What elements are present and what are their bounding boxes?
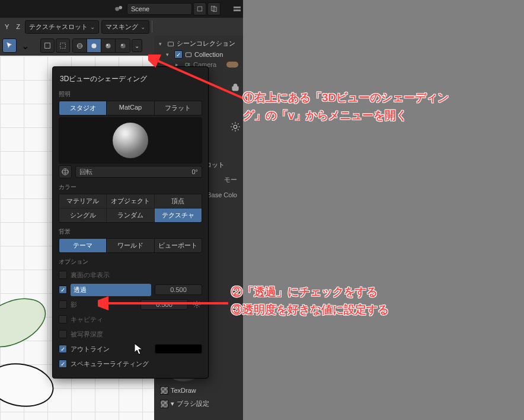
svg-rect-12: [197, 7, 202, 11]
xray-checkbox[interactable]: [59, 286, 67, 294]
svg-rect-17: [45, 43, 50, 49]
background-tabs: テーマ ワールド ビューポート: [59, 238, 202, 253]
backface-label: 裏面の非表示: [71, 271, 202, 280]
rendered-shading-btn[interactable]: [116, 39, 130, 52]
svg-point-0: [0, 289, 53, 357]
xray-value-field[interactable]: 0.500: [155, 284, 202, 295]
svg-point-23: [107, 44, 108, 45]
outliner-label: シーンコレクション: [177, 39, 235, 48]
world-space-toggle[interactable]: [59, 165, 72, 178]
select-tool-btn[interactable]: [2, 39, 17, 53]
shadow-checkbox[interactable]: [59, 300, 67, 309]
color-single-btn[interactable]: シングル: [59, 209, 106, 222]
outliner-scene-collection[interactable]: ▾シーンコレクション: [156, 38, 241, 49]
cavity-row: キャビティ: [59, 313, 202, 326]
svg-point-21: [91, 43, 96, 48]
label: ブラシ設定: [177, 399, 209, 408]
cavity-label: キャビティ: [71, 315, 202, 324]
color-texture-btn[interactable]: テクスチャ: [155, 209, 202, 222]
brush-settings-header[interactable]: ▾ブラシ設定: [158, 397, 241, 411]
lighting-matcap-tab[interactable]: MatCap: [107, 101, 154, 115]
shading-mode-segment: [72, 39, 130, 53]
svg-point-22: [106, 43, 110, 48]
texdraw-row[interactable]: TexDraw: [158, 384, 241, 397]
studio-light-preview[interactable]: [59, 117, 202, 163]
top-bar: [0, 0, 243, 18]
rotation-slider[interactable]: 回転0°: [75, 166, 202, 178]
color-random-btn[interactable]: ランダム: [107, 209, 154, 222]
svg-point-20: [77, 44, 82, 46]
svg-rect-16: [234, 9, 241, 11]
new-scene-btn[interactable]: [207, 2, 221, 15]
xray-label: 透過: [71, 284, 151, 296]
backface-checkbox[interactable]: [59, 271, 67, 279]
texture-slot-dropdown[interactable]: テクスチャスロット: [25, 20, 99, 34]
axis-y-label[interactable]: Y: [2, 22, 11, 31]
annotation-text: ③透明度を好きな値に設定する: [231, 301, 389, 319]
svg-rect-18: [60, 43, 66, 49]
viewport-header: ⌄ ⌄: [0, 36, 154, 56]
bg-world-tab[interactable]: ワールド: [107, 239, 154, 252]
dof-checkbox[interactable]: [59, 330, 67, 338]
masking-dropdown[interactable]: マスキング: [101, 20, 149, 34]
svg-point-9: [234, 125, 237, 129]
specular-label: スペキュラーライティング: [71, 360, 202, 368]
outline-row: アウトライン: [59, 342, 202, 355]
annotation-2: ②「透過」にチェックをする ③透明度を好きな値に設定する: [231, 283, 389, 319]
svg-rect-6: [168, 42, 174, 46]
viewlayer-icon: [232, 4, 242, 14]
shading-popup: 3Dビューのシェーディング 照明 スタジオ MatCap フラット 回転0° カ…: [52, 66, 209, 379]
annotation-1: ①右上にある「3Dビューのシェーディン グ」の「v」からメニューを開く: [243, 89, 449, 125]
overlay-btn[interactable]: [40, 39, 55, 53]
color-mode-grid: マテリアル オブジェクト 頂点 シングル ランダム テクスチャ: [59, 194, 202, 223]
svg-point-25: [121, 44, 122, 45]
dof-label: 被写界深度: [71, 330, 202, 339]
annotation-arrow-1: [148, 54, 255, 108]
checker-icon: [160, 400, 168, 408]
shading-options-caret[interactable]: ⌄: [132, 39, 142, 52]
specular-row: スペキュラーライティング: [59, 357, 202, 370]
dropdown-label: テクスチャスロット: [29, 23, 88, 31]
svg-point-10: [115, 7, 119, 11]
outline-label: アウトライン: [71, 345, 151, 354]
color-section-label: カラー: [59, 183, 202, 191]
scene-name-input[interactable]: [127, 3, 192, 15]
bg-theme-tab[interactable]: テーマ: [59, 239, 107, 252]
annotation-text: ②「透過」にチェックをする: [231, 283, 389, 301]
color-object-btn[interactable]: オブジェクト: [107, 194, 154, 208]
svg-rect-15: [234, 7, 241, 8]
rotation-value: 0°: [191, 168, 198, 175]
pin-scene-btn[interactable]: [193, 2, 206, 15]
specular-checkbox[interactable]: [59, 360, 67, 368]
svg-line-30: [154, 59, 249, 101]
material-shading-btn[interactable]: [101, 39, 116, 52]
solid-shading-btn[interactable]: [87, 39, 101, 52]
label: TexDraw: [171, 387, 196, 394]
bg-viewport-tab[interactable]: ビューポート: [155, 239, 202, 252]
svg-point-1: [0, 359, 56, 411]
options-section-label: オプション: [59, 258, 202, 266]
wireframe-shading-btn[interactable]: [73, 39, 87, 52]
outline-checkbox[interactable]: [59, 345, 67, 353]
annotation-text: グ」の「v」からメニューを開く: [243, 107, 449, 124]
svg-point-19: [77, 43, 82, 48]
rotation-label: 回転: [79, 168, 92, 177]
sphere-preview: [113, 123, 148, 158]
lighting-studio-tab[interactable]: スタジオ: [59, 101, 107, 115]
axis-z-label[interactable]: Z: [14, 22, 23, 31]
checker-icon: [160, 386, 168, 395]
color-vertex-btn[interactable]: 頂点: [155, 194, 202, 208]
dropdown-label: マスキング: [106, 23, 138, 31]
gizmo-btn[interactable]: [56, 39, 70, 53]
outline-color-field[interactable]: [155, 344, 202, 354]
xray-row: 透過 0.500: [59, 283, 202, 296]
svg-point-24: [120, 43, 125, 48]
cavity-checkbox[interactable]: [59, 315, 67, 323]
scene-icon: [114, 4, 124, 14]
dof-row: 被写界深度: [59, 328, 202, 341]
backface-culling-row: 裏面の非表示: [59, 268, 202, 281]
dropdown-caret[interactable]: ⌄: [18, 39, 32, 53]
svg-point-11: [119, 6, 122, 9]
color-material-btn[interactable]: マテリアル: [59, 194, 106, 208]
gear-icon[interactable]: [230, 121, 241, 134]
